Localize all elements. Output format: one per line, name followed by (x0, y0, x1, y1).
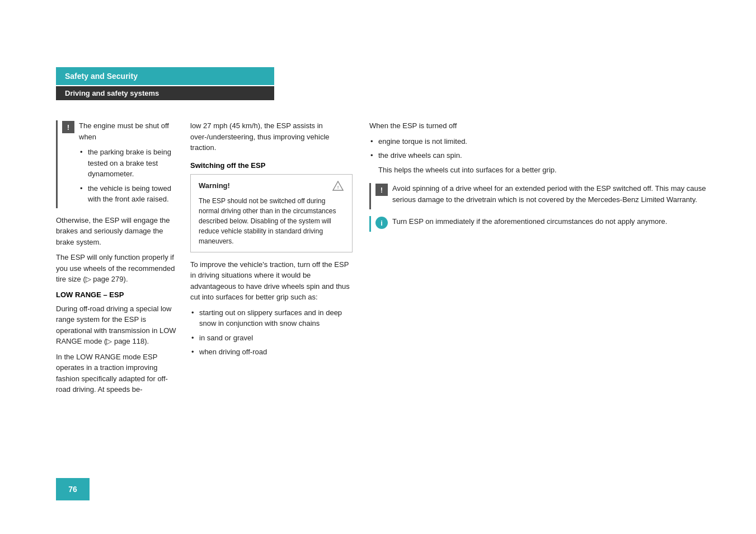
esp-function-para: The ESP will only function properly if y… (56, 252, 179, 285)
avoid-spinning-box: ! Avoid spinning of a drive wheel for an… (369, 183, 722, 209)
to-improve-para: To improve the vehicle's traction, turn … (190, 259, 353, 303)
section-subtitle: Driving and safety systems (56, 86, 274, 100)
warning-label: Warning! (199, 181, 230, 190)
avoid-spinning-text: Avoid spinning of a drive wheel for an e… (392, 183, 722, 205)
esp-off-effects-list: engine torque is not limited. the drive … (369, 136, 722, 161)
exclaim-icon-2: ! (375, 184, 388, 196)
bullet-drive-wheels: the drive wheels can spin. (369, 150, 722, 161)
bullet-offroad: when driving off-road (190, 346, 353, 358)
esp-warning-box: Warning! ! The ESP should not be switche… (190, 174, 353, 252)
header-section: Safety and Security Driving and safety s… (56, 67, 274, 100)
otherwise-para: Otherwise, the ESP will engage the brake… (56, 215, 179, 248)
engine-warning-list: the parking brake is being tested on a b… (79, 147, 179, 205)
bullet-torque: engine torque is not limited. (369, 136, 722, 147)
bullet-slippery: starting out on slippery surfaces and in… (190, 307, 353, 329)
warning-triangle-icon: ! (332, 180, 344, 191)
section-title: Safety and Security (56, 67, 274, 85)
esp-off-list: starting out on slippery surfaces and in… (190, 307, 353, 358)
page-container: Safety and Security Driving and safety s… (0, 0, 756, 534)
turn-esp-box: i Turn ESP on immediately if the aforeme… (369, 216, 722, 232)
engine-warning-intro: The engine must be shut off when (79, 120, 179, 142)
page-number-box: 76 (56, 478, 90, 500)
right-column: When the ESP is turned off engine torque… (364, 120, 722, 400)
helps-text: This helps the wheels cut into surfaces … (378, 165, 722, 176)
low-range-cont: low 27 mph (45 km/h), the ESP assists in… (190, 120, 353, 153)
left-column: ! The engine must be shut off when the p… (56, 120, 190, 400)
low-range-para2: In the LOW RANGE mode ESP operates in a … (56, 352, 179, 395)
page-number: 76 (68, 485, 77, 494)
content-area: ! The engine must be shut off when the p… (56, 120, 722, 400)
engine-warning-content: The engine must be shut off when the par… (79, 120, 179, 208)
info-icon: i (375, 217, 388, 229)
low-range-heading: LOW RANGE – ESP (56, 291, 179, 299)
bullet-sand: in sand or gravel (190, 332, 353, 344)
bullet-parking-brake: the parking brake is being tested on a b… (79, 147, 179, 180)
warning-box-text: The ESP should not be switched off durin… (199, 196, 344, 246)
turn-esp-text: Turn ESP on immediately if the aforement… (392, 216, 667, 227)
exclaim-icon: ! (62, 121, 74, 133)
switching-heading: Switching off the ESP (190, 161, 353, 170)
mid-column: low 27 mph (45 km/h), the ESP assists in… (190, 120, 364, 400)
engine-warning-box: ! The engine must be shut off when the p… (56, 120, 179, 208)
bullet-towed: the vehicle is being towed with the fron… (79, 183, 179, 205)
svg-text:!: ! (337, 185, 339, 190)
low-range-para1: During off-road driving a special low ra… (56, 303, 179, 347)
warning-box-header: Warning! ! (199, 180, 344, 191)
when-esp-off: When the ESP is turned off (369, 120, 722, 132)
